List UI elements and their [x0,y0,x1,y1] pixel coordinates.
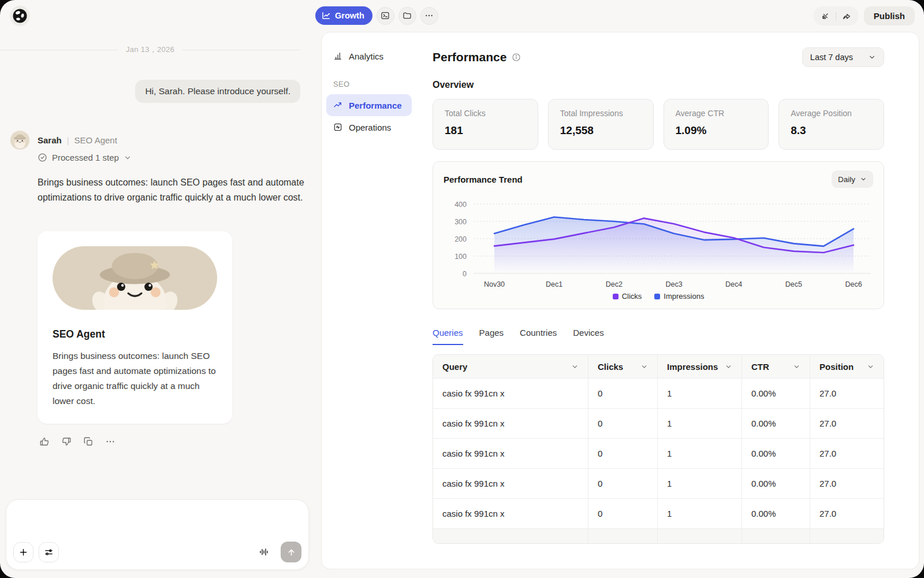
chevron-down-icon [571,363,579,370]
share-button[interactable] [842,12,851,21]
trend-chart: 4003002001000Nov30Dec1Dec2Dec3Dec4Dec5De… [444,188,873,291]
folder-icon [403,11,412,20]
chevron-down-icon [867,363,874,370]
divider [836,12,836,20]
clicks-swatch [613,294,619,299]
agent-profile-card[interactable]: SEO Agent Brings business outcomes: laun… [38,231,232,424]
sidebar-item-operations[interactable]: Operations [326,116,412,138]
bar-chart-icon [333,51,342,61]
column-label: Query [442,362,467,372]
chat-input[interactable] [17,508,298,531]
tab-pages[interactable]: Pages [479,328,504,345]
column-header-position[interactable]: Position [810,355,884,378]
table-row: casio fx 991cn x 0 1 0.00% 27.0 [433,468,884,498]
date-range-select[interactable]: Last 7 days [802,47,884,67]
tab-queries[interactable]: Queries [433,328,463,345]
info-circle-icon [512,53,521,62]
chevron-down-icon [860,176,867,183]
sidebar-item-performance[interactable]: Performance [326,94,412,116]
chevron-down-icon [868,53,876,61]
copy-button[interactable] [83,436,94,447]
cell-position: 27.0 [810,379,884,408]
svg-text:200: 200 [454,235,467,243]
settings-button[interactable] [39,542,59,562]
publish-button[interactable]: Publish [864,6,915,25]
column-header-clicks[interactable]: Clicks [588,355,657,378]
column-header-query[interactable]: Query [433,355,588,378]
overview-heading: Overview [433,80,884,90]
attach-button[interactable] [13,542,33,562]
cell-clicks: 0 [588,469,657,498]
thumbs-down-button[interactable] [61,436,72,447]
chart-line-icon [322,11,331,20]
stat-value: 8.3 [791,124,872,137]
column-header-impressions[interactable]: Impressions [657,355,742,378]
stat-card-total-impressions: Total Impressions 12,558 [548,99,654,150]
cell-query: casio fx 991cn x [433,499,588,528]
svg-text:100: 100 [454,253,467,261]
mascot-image [53,246,217,310]
arrow-up-icon [286,547,296,557]
stat-label: Average CTR [676,109,757,118]
terminal-icon [381,11,390,20]
cell-position [810,529,884,544]
chat-composer [6,499,309,570]
cell-position: 27.0 [810,439,884,468]
more-actions-button[interactable] [105,436,116,447]
tab-countries[interactable]: Countries [520,328,557,345]
legend-item-impressions[interactable]: Impressions [654,292,704,301]
user-message-bubble: Hi, Sarah. Please introduce yourself. [135,80,300,103]
sidebar-item-label: Operations [349,123,391,132]
svg-text:400: 400 [454,201,467,209]
bar-chart-icon [333,51,342,61]
legend-item-clicks[interactable]: Clicks [613,292,642,301]
cell-position: 27.0 [810,409,884,438]
cell-impressions: 1 [657,379,742,408]
interval-value: Daily [838,175,855,184]
growth-button[interactable]: Growth [315,6,372,25]
thumbs-up-button[interactable] [39,436,50,447]
interval-select[interactable]: Daily [832,171,873,188]
page-title: Performance [433,50,506,64]
cell-clicks: 0 [588,499,657,528]
svg-text:Dec5: Dec5 [785,280,802,288]
trend-up-icon [333,101,342,110]
column-label: CTR [751,362,769,372]
cell-impressions [657,529,742,544]
message-actions [39,436,116,447]
stat-label: Total Clicks [445,109,526,118]
cell-ctr: 0.00% [742,409,810,438]
chat-panel: Jan 13，2026 Hi, Sarah. Please introduce … [0,32,321,578]
legend-label: Impressions [664,292,704,301]
sidebar-item-analytics[interactable]: Analytics [326,45,412,67]
table-header-row: Query Clicks Impressions CTR Position [433,355,884,378]
table-row: casio fx 991cn x 0 1 0.00% 27.0 [433,378,884,408]
overview-stats: Total Clicks 181 Total Impressions 12,55… [433,99,884,150]
send-button[interactable] [281,542,301,562]
column-label: Clicks [598,362,623,372]
processed-steps-toggle[interactable]: Processed 1 step [38,153,132,162]
agent-avatar [10,131,29,150]
cell-ctr: 0.00% [742,379,810,408]
agent-card-title: SEO Agent [53,328,217,340]
divider: | [67,135,69,145]
files-button[interactable] [398,7,416,25]
agent-card-image [53,246,217,310]
stat-label: Total Impressions [560,109,642,118]
info-icon[interactable] [512,53,521,62]
cell-query [433,529,588,544]
app-logo[interactable] [10,6,30,26]
terminal-button[interactable] [377,7,394,25]
cell-ctr: 0.00% [742,469,810,498]
tab-devices[interactable]: Devices [573,328,603,345]
integrations-button[interactable] [821,12,830,21]
column-header-ctr[interactable]: CTR [742,355,810,378]
cell-clicks: 0 [588,409,657,438]
column-label: Position [819,362,854,372]
activity-square-icon [333,123,342,132]
mascot-avatar-image [10,131,29,150]
more-options-button[interactable] [420,7,438,25]
activity-square-icon [333,123,342,132]
app-window: Growth [0,0,924,578]
voice-input-button[interactable] [254,542,274,562]
